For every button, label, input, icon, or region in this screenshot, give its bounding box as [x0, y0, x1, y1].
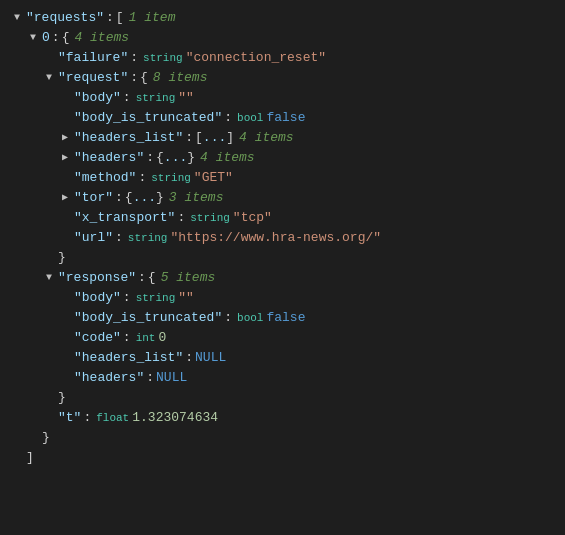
failure-type: string: [143, 48, 183, 68]
item0-key: 0: [42, 28, 50, 48]
requests-meta: 1 item: [129, 8, 176, 28]
resp-body-is-truncated-val: false: [266, 308, 305, 328]
body-key: "body": [74, 88, 121, 108]
tor-arrow[interactable]: ▶: [58, 191, 72, 205]
response-close-brace: }: [58, 388, 66, 408]
item0-arrow[interactable]: ▼: [26, 31, 40, 45]
item0-open-brace: {: [62, 28, 70, 48]
body-type: string: [136, 88, 176, 108]
url-row: "url" : string "https://www.hra-news.org…: [10, 228, 565, 248]
code-val: 0: [158, 328, 166, 348]
headers-list-key: "headers_list": [74, 128, 183, 148]
tor-row: ▶ "tor" : { ... } 3 items: [10, 188, 565, 208]
requests-key: "requests": [26, 8, 104, 28]
body-is-truncated-key: "body_is_truncated": [74, 108, 222, 128]
request-key: "request": [58, 68, 128, 88]
code-type: int: [136, 328, 156, 348]
method-val: "GET": [194, 168, 233, 188]
request-row: ▼ "request" : { 8 items: [10, 68, 565, 88]
resp-body-val: "": [178, 288, 194, 308]
x-transport-key: "x_transport": [74, 208, 175, 228]
code-key: "code": [74, 328, 121, 348]
requests-arrow[interactable]: ▼: [10, 11, 24, 25]
url-val: "https://www.hra-news.org/": [170, 228, 381, 248]
headers-arrow[interactable]: ▶: [58, 151, 72, 165]
method-key: "method": [74, 168, 136, 188]
resp-headers-list-type: NULL: [195, 348, 226, 368]
t-key: "t": [58, 408, 81, 428]
t-type: float: [96, 408, 129, 428]
item0-colon: :: [52, 28, 60, 48]
resp-headers-key: "headers": [74, 368, 144, 388]
requests-row: ▼ "requests" : [ 1 item: [10, 8, 565, 28]
x-transport-row: "x_transport" : string "tcp": [10, 208, 565, 228]
request-arrow[interactable]: ▼: [42, 71, 56, 85]
requests-close-bracket: ]: [26, 448, 34, 468]
headers-meta: 4 items: [200, 148, 255, 168]
resp-headers-list-row: "headers_list" : NULL: [10, 348, 565, 368]
body-is-truncated-row: "body_is_truncated" : bool false: [10, 108, 565, 128]
x-transport-val: "tcp": [233, 208, 272, 228]
resp-body-is-truncated-row: "body_is_truncated" : bool false: [10, 308, 565, 328]
request-close-brace: }: [58, 248, 66, 268]
url-key: "url": [74, 228, 113, 248]
headers-row: ▶ "headers" : { ... } 4 items: [10, 148, 565, 168]
requests-colon: :: [106, 8, 114, 28]
item0-close-brace: }: [42, 428, 50, 448]
response-meta: 5 items: [161, 268, 216, 288]
x-transport-type: string: [190, 208, 230, 228]
resp-body-is-truncated-type: bool: [237, 308, 263, 328]
response-close-row: }: [10, 388, 565, 408]
headers-list-meta: 4 items: [239, 128, 294, 148]
request-close-row: }: [10, 248, 565, 268]
requests-open-bracket: [: [116, 8, 124, 28]
response-row: ▼ "response" : { 5 items: [10, 268, 565, 288]
item0-row: ▼ 0 : { 4 items: [10, 28, 565, 48]
t-val: 1.323074634: [132, 408, 218, 428]
resp-headers-type: NULL: [156, 368, 187, 388]
resp-headers-list-key: "headers_list": [74, 348, 183, 368]
body-is-truncated-val: false: [266, 108, 305, 128]
requests-close-row: ]: [10, 448, 565, 468]
failure-row: "failure" : string "connection_reset": [10, 48, 565, 68]
json-tree: ▼ "requests" : [ 1 item ▼ 0 : { 4 items …: [0, 0, 565, 476]
response-arrow[interactable]: ▼: [42, 271, 56, 285]
resp-body-row: "body" : string "": [10, 288, 565, 308]
code-row: "code" : int 0: [10, 328, 565, 348]
tor-meta: 3 items: [169, 188, 224, 208]
method-type: string: [151, 168, 191, 188]
body-row: "body" : string "": [10, 88, 565, 108]
resp-body-is-truncated-key: "body_is_truncated": [74, 308, 222, 328]
item0-meta: 4 items: [74, 28, 129, 48]
failure-val: "connection_reset": [186, 48, 326, 68]
headers-list-row: ▶ "headers_list" : [ ... ] 4 items: [10, 128, 565, 148]
item0-close-row: }: [10, 428, 565, 448]
resp-headers-row: "headers" : NULL: [10, 368, 565, 388]
resp-body-key: "body": [74, 288, 121, 308]
headers-list-arrow[interactable]: ▶: [58, 131, 72, 145]
tor-key: "tor": [74, 188, 113, 208]
headers-key: "headers": [74, 148, 144, 168]
body-val: "": [178, 88, 194, 108]
body-is-truncated-type: bool: [237, 108, 263, 128]
response-key: "response": [58, 268, 136, 288]
request-meta: 8 items: [153, 68, 208, 88]
failure-key: "failure": [58, 48, 128, 68]
url-type: string: [128, 228, 168, 248]
method-row: "method" : string "GET": [10, 168, 565, 188]
resp-body-type: string: [136, 288, 176, 308]
t-row: "t" : float 1.323074634: [10, 408, 565, 428]
